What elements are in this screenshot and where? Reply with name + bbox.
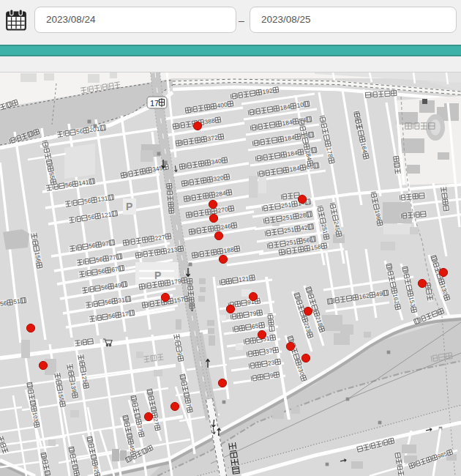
svg-text:P: P	[154, 269, 161, 281]
svg-text:17: 17	[150, 99, 159, 108]
svg-text:P: P	[126, 201, 132, 212]
